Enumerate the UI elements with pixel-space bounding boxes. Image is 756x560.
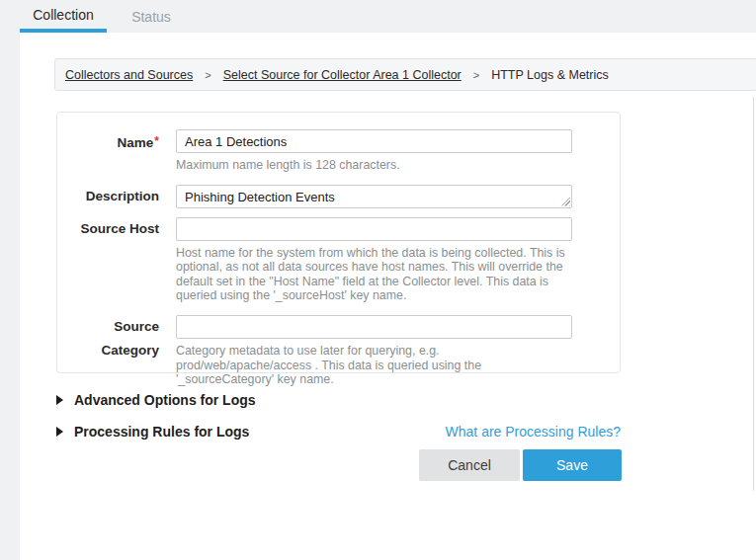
name-input[interactable] (176, 129, 572, 153)
caret-right-icon (56, 427, 63, 437)
caret-right-icon (56, 395, 63, 405)
name-label: Name* (57, 129, 159, 173)
source-category-input-cell: Category metadata to use later for query… (176, 315, 572, 387)
section-processing-rules: Processing Rules for Logs What are Proce… (56, 424, 621, 440)
section-advanced-options: Advanced Options for Logs (56, 392, 621, 408)
breadcrumb-current-page: HTTP Logs & Metrics (491, 68, 609, 82)
breadcrumb-select-source[interactable]: Select Source for Collector Area 1 Colle… (223, 68, 462, 82)
breadcrumb-separator: > (205, 69, 210, 81)
form-actions: Cancel Save (56, 449, 622, 481)
advanced-options-label: Advanced Options for Logs (74, 392, 256, 408)
description-input-cell: Phishing Detection Events (176, 185, 572, 208)
description-label: Description (57, 185, 159, 208)
content-panel: Collectors and Sources > Select Source f… (20, 33, 756, 560)
scrollbar-track (753, 97, 754, 491)
description-textarea[interactable]: Phishing Detection Events (176, 185, 572, 208)
source-category-label: Source Category (57, 315, 159, 387)
source-host-helper-text: Host name for the system from which the … (176, 246, 572, 303)
field-row-name: Name* Maximum name length is 128 charact… (57, 129, 620, 173)
required-asterisk: * (154, 134, 159, 148)
breadcrumb-collectors-and-sources[interactable]: Collectors and Sources (65, 68, 193, 82)
tab-status[interactable]: Status (117, 0, 186, 33)
save-button[interactable]: Save (523, 449, 622, 481)
source-config-card: Name* Maximum name length is 128 charact… (56, 112, 621, 373)
source-host-input[interactable] (176, 217, 572, 241)
tab-collection[interactable]: Collection (20, 0, 107, 33)
name-input-cell: Maximum name length is 128 characters. (176, 129, 572, 173)
breadcrumb: Collectors and Sources > Select Source f… (54, 58, 756, 91)
source-host-label: Source Host (57, 217, 159, 303)
field-row-source-category: Source Category Category metadata to use… (57, 315, 620, 387)
source-category-helper-text: Category metadata to use later for query… (176, 344, 572, 387)
cancel-button[interactable]: Cancel (419, 449, 520, 481)
name-helper-text: Maximum name length is 128 characters. (176, 158, 572, 173)
breadcrumb-separator: > (473, 69, 479, 81)
processing-rules-expander[interactable]: Processing Rules for Logs (56, 424, 249, 440)
processing-rules-label: Processing Rules for Logs (74, 424, 249, 440)
what-are-processing-rules-link[interactable]: What are Processing Rules? (446, 424, 621, 440)
field-row-description: Description Phishing Detection Events (57, 185, 620, 208)
name-label-text: Name (118, 135, 154, 150)
field-row-source-host: Source Host Host name for the system fro… (57, 217, 620, 303)
source-host-input-cell: Host name for the system from which the … (176, 217, 572, 303)
advanced-options-expander[interactable]: Advanced Options for Logs (56, 392, 256, 408)
source-category-input[interactable] (176, 315, 572, 339)
